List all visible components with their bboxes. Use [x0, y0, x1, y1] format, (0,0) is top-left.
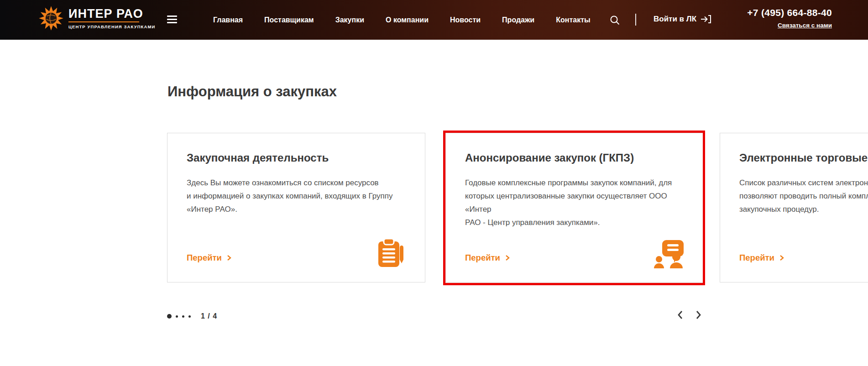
card-title: Закупочная деятельность — [187, 152, 406, 164]
contact-us-link[interactable]: Связаться с нами — [778, 22, 832, 29]
card-title: Анонсирование закупок (ГКПЗ) — [465, 152, 684, 164]
inter-rao-sun-icon — [38, 5, 64, 31]
card-elektronnye-torgovye-ploshchadki[interactable]: Электронные торговые площадки Список раз… — [720, 133, 868, 282]
main-nav: Главная Поставщикам Закупки О компании Н… — [213, 0, 591, 40]
logo[interactable]: ИНТЕР РАО ЦЕНТР УПРАВЛЕНИЯ ЗАКУПКАМИ — [38, 5, 155, 31]
pager-label: 1 / 4 — [201, 312, 217, 320]
nav-item-kontakty[interactable]: Контакты — [556, 16, 590, 24]
go-link-label: Перейти — [465, 253, 500, 263]
carousel-next-icon[interactable] — [693, 310, 703, 320]
phone-number[interactable]: +7 (495) 664-88-40 — [747, 7, 832, 18]
go-link[interactable]: Перейти — [465, 253, 510, 263]
carousel-arrows — [675, 310, 703, 320]
card-text: Годовые комплексные программы закупок ко… — [465, 176, 684, 229]
pager-dot-active[interactable] — [167, 314, 172, 319]
go-link-label: Перейти — [739, 253, 774, 263]
header-contacts: +7 (495) 664-88-40 Связаться с нами — [747, 7, 832, 29]
page: ИНТЕР РАО ЦЕНТР УПРАВЛЕНИЯ ЗАКУПКАМИ Гла… — [0, 0, 868, 366]
go-link[interactable]: Перейти — [187, 253, 232, 263]
logo-subtitle: ЦЕНТР УПРАВЛЕНИЯ ЗАКУПКАМИ — [68, 24, 155, 29]
go-link[interactable]: Перейти — [739, 253, 784, 263]
nav-item-postavshchikam[interactable]: Поставщикам — [264, 16, 314, 24]
chevron-right-icon — [779, 255, 784, 261]
pager-dot[interactable] — [182, 315, 184, 318]
carousel-prev-icon[interactable] — [675, 310, 685, 320]
card-zakupochnaya-deyatelnost[interactable]: Закупочная деятельность Здесь Вы можете … — [167, 133, 425, 282]
card-text: Здесь Вы можете ознакомиться со списком … — [187, 176, 406, 216]
menu-burger-icon[interactable] — [167, 16, 177, 24]
header-divider — [635, 14, 636, 26]
logo-underline — [68, 21, 139, 22]
pager-dot[interactable] — [188, 315, 191, 318]
chevron-right-icon — [505, 255, 510, 261]
header: ИНТЕР РАО ЦЕНТР УПРАВЛЕНИЯ ЗАКУПКАМИ Гла… — [0, 0, 868, 40]
logo-title: ИНТЕР РАО — [68, 7, 155, 20]
search-icon[interactable] — [610, 15, 620, 25]
carousel-pagination: 1 / 4 — [167, 312, 217, 320]
pager-dot[interactable] — [176, 315, 178, 318]
login-button[interactable]: Войти в ЛК — [654, 15, 711, 24]
chevron-right-icon — [226, 255, 232, 261]
card-title: Электронные торговые площадки — [739, 152, 868, 164]
nav-item-novosti[interactable]: Новости — [450, 16, 481, 24]
card-text: Список различных систем электронных торг… — [739, 176, 868, 216]
nav-item-o-kompanii[interactable]: О компании — [386, 16, 429, 24]
login-label: Войти в ЛК — [654, 15, 696, 24]
go-link-label: Перейти — [187, 253, 222, 263]
arrow-enter-icon — [701, 15, 711, 24]
clipboard-icon — [377, 238, 406, 268]
nav-item-glavnaya[interactable]: Главная — [213, 16, 243, 24]
discussion-icon — [654, 240, 684, 268]
page-title: Информация о закупках — [167, 84, 337, 100]
nav-item-prodazhi[interactable]: Продажи — [502, 16, 534, 24]
card-anonsirovanie-zakupok[interactable]: Анонсирование закупок (ГКПЗ) Годовые ком… — [445, 133, 704, 282]
nav-item-zakupki[interactable]: Закупки — [335, 16, 364, 24]
